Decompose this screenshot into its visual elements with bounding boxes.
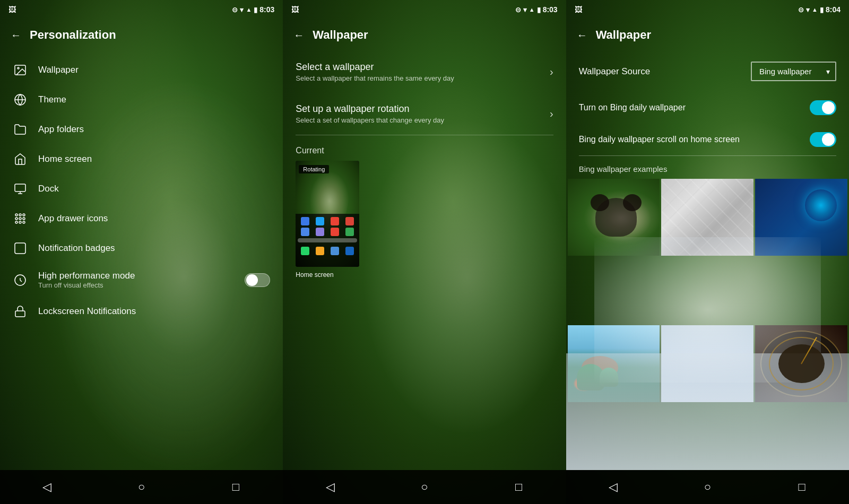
high-performance-label: High performance mode (38, 271, 234, 281)
wallpaper-icon (13, 63, 28, 77)
wallpaper-label: Wallpaper (38, 65, 79, 75)
battery-icon-3: ▮ (820, 6, 824, 14)
menu-list: Wallpaper Theme App folders (0, 51, 283, 470)
preview-icon-gp (345, 217, 354, 225)
recents-nav-1[interactable]: □ (222, 474, 249, 500)
status-bar-3: 🖼 ⊝ ▾ ▲ ▮ 8:04 (566, 0, 849, 19)
signal-icon-3: ⊝ (798, 6, 804, 14)
bing-scroll-row: Bing daily wallpaper scroll on home scre… (566, 124, 849, 155)
bing-daily-row: Turn on Bing daily wallpaper (566, 92, 849, 124)
rotating-badge: Rotating (299, 165, 329, 173)
home-nav-3[interactable]: ○ (694, 474, 721, 500)
wifi-icon-3: ▾ (806, 6, 810, 14)
select-wallpaper-title: Select a wallpaper (296, 62, 550, 73)
svg-point-10 (19, 218, 21, 220)
rotation-option[interactable]: Set up a wallpaper rotation Select a set… (283, 93, 566, 135)
home-nav-2[interactable]: ○ (411, 474, 438, 500)
current-wallpaper-container: Rotating (283, 161, 566, 289)
svg-point-14 (23, 221, 25, 223)
back-nav-3[interactable]: ◁ (600, 474, 627, 500)
app-folders-label: App folders (38, 124, 84, 135)
preview-icon-3d (345, 247, 354, 255)
preview-icon-3b (316, 247, 324, 255)
rotation-desc: Select a set of wallpapers that change e… (296, 116, 550, 124)
recents-nav-3[interactable]: □ (789, 474, 815, 500)
dock-label: Dock (38, 184, 59, 194)
current-label: Current (283, 135, 566, 161)
svg-point-11 (23, 218, 25, 220)
menu-item-app-folders[interactable]: App folders (0, 115, 283, 144)
select-wallpaper-chevron: › (550, 66, 553, 78)
bing-scroll-toggle[interactable] (810, 132, 836, 147)
screen-title-3: Wallpaper (596, 28, 651, 42)
preview-icon-2c (331, 228, 339, 236)
back-nav-1[interactable]: ◁ (34, 474, 60, 500)
rotation-chevron: › (550, 108, 553, 120)
select-wallpaper-option[interactable]: Select a wallpaper Select a wallpaper th… (283, 51, 566, 93)
notification-badges-icon (13, 241, 28, 256)
bing-wallpaper-grid (566, 179, 849, 470)
bottom-nav-2: ◁ ○ □ (283, 470, 566, 504)
bing-daily-toggle[interactable] (810, 100, 836, 115)
preview-icon-2b (316, 228, 324, 236)
wallpaper-preview[interactable]: Rotating (296, 161, 359, 267)
preview-icon-2a (301, 228, 309, 236)
preview-icon-3a (301, 247, 309, 255)
home-nav-1[interactable]: ○ (128, 474, 155, 500)
recents-nav-2[interactable]: □ (506, 474, 532, 500)
bottom-nav-3: ◁ ○ □ (566, 470, 849, 504)
rotation-text: Set up a wallpaper rotation Select a set… (296, 103, 550, 124)
bing-daily-label: Turn on Bing daily wallpaper (579, 103, 810, 112)
menu-item-app-drawer-icons[interactable]: App drawer icons (0, 204, 283, 233)
high-performance-icon (13, 273, 28, 288)
wallpaper-source-row: Wallpaper Source Bing wallpaper My photo… (566, 51, 849, 92)
time-1: 8:03 (259, 5, 274, 14)
source-dropdown[interactable]: Bing wallpaper My photos Gallery (751, 62, 836, 81)
rotation-title: Set up a wallpaper rotation (296, 103, 550, 115)
preview-icons-row2 (296, 225, 359, 236)
lockscreen-label: Lockscreen Notifications (38, 306, 136, 317)
svg-rect-15 (15, 243, 25, 254)
battery-icon-2: ▮ (537, 6, 541, 14)
dock-icon (13, 181, 28, 196)
high-performance-toggle[interactable] (245, 273, 270, 287)
menu-item-high-performance[interactable]: High performance mode Turn off visual ef… (0, 263, 283, 297)
bing-cell-cloudy[interactable] (661, 325, 753, 402)
panel-wallpaper-source: 🖼 ⊝ ▾ ▲ ▮ 8:04 ← Wallpaper Wallpaper Sou… (566, 0, 849, 504)
back-nav-2[interactable]: ◁ (317, 474, 343, 500)
screen-title-1: Personalization (30, 28, 116, 42)
select-wallpaper-desc: Select a wallpaper that remains the same… (296, 74, 550, 82)
high-performance-toggle-knob (246, 274, 258, 286)
top-bar-2: ← Wallpaper (283, 19, 566, 51)
bing-daily-toggle-knob (822, 101, 835, 114)
menu-item-home-screen[interactable]: Home screen (0, 144, 283, 174)
bing-scroll-toggle-knob (822, 133, 835, 146)
screen-title-2: Wallpaper (313, 28, 368, 42)
select-wallpaper-text: Select a wallpaper Select a wallpaper th… (296, 62, 550, 82)
home-screen-icon (13, 152, 28, 167)
menu-item-theme[interactable]: Theme (0, 85, 283, 115)
app-drawer-icons-label: App drawer icons (38, 213, 108, 224)
bing-scroll-label: Bing daily wallpaper scroll on home scre… (579, 135, 810, 144)
menu-item-lockscreen[interactable]: Lockscreen Notifications (0, 297, 283, 326)
preview-screen-content (296, 214, 359, 267)
network-icon-2: ▲ (529, 6, 535, 13)
menu-item-wallpaper[interactable]: Wallpaper (0, 55, 283, 85)
back-button-2[interactable]: ← (293, 29, 304, 41)
panel-personalization: 🖼 ⊝ ▾ ▲ ▮ 8:03 ← Personalization Wallpap… (0, 0, 283, 504)
wallpaper-options: Select a wallpaper Select a wallpaper th… (283, 51, 566, 470)
back-button-1[interactable]: ← (11, 29, 21, 41)
menu-item-notification-badges[interactable]: Notification badges (0, 233, 283, 263)
svg-rect-3 (15, 184, 25, 192)
theme-icon (13, 92, 28, 107)
time-2: 8:03 (543, 5, 558, 14)
menu-item-dock[interactable]: Dock (0, 174, 283, 204)
network-icon-1: ▲ (246, 6, 252, 13)
bottom-nav-1: ◁ ○ □ (0, 470, 283, 504)
back-button-3[interactable]: ← (577, 29, 587, 41)
preview-icon-2d (345, 228, 354, 236)
preview-icon-tw (316, 217, 324, 225)
preview-icon-fb (301, 217, 309, 225)
signal-icon-1: ⊝ (232, 6, 238, 14)
preview-icons-row3 (296, 245, 359, 255)
